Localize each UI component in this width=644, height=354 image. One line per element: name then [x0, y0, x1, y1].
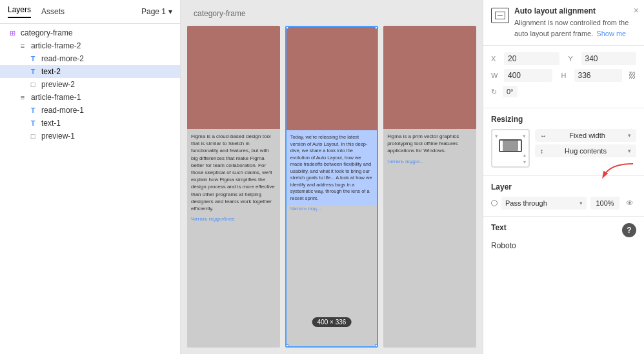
- layer-item-label: preview-1: [41, 132, 75, 141]
- w-h-row: W H ⛓: [491, 69, 636, 82]
- layer-list: ⊞ category-frame ≡ article-frame-2 T rea…: [0, 24, 180, 354]
- constraint-link-icon[interactable]: ⛓: [629, 71, 636, 80]
- alignment-icon: [491, 8, 509, 23]
- alert-banner: Auto layout alignment Alignment is now c…: [483, 0, 644, 46]
- resize-handle-br[interactable]: [375, 344, 378, 348]
- card-image-3: [383, 26, 476, 129]
- chevron-down-icon: ▾: [579, 200, 583, 206]
- layer-item-label: article-frame-1: [31, 93, 81, 102]
- page-selector[interactable]: Page 1 ▾: [141, 7, 172, 16]
- rect-icon: □: [28, 132, 37, 141]
- text-icon: T: [28, 106, 37, 115]
- v-resize-label: Hug contents: [565, 147, 607, 155]
- blend-mode-value: Pass through: [505, 199, 547, 207]
- size-badge: 400 × 336: [312, 317, 352, 327]
- help-button[interactable]: ?: [622, 223, 636, 237]
- text-section: Text ? Roboto: [483, 217, 644, 257]
- h-resize-icon: ↔: [540, 132, 547, 139]
- resizing-options: ↔ Fixed width ▾ ↕ Hug contents ▾: [535, 129, 636, 157]
- canvas-frame-label: category-frame: [194, 9, 246, 18]
- tab-layers[interactable]: Layers: [8, 5, 31, 18]
- card-link-1[interactable]: Читать подробнее: [187, 216, 280, 226]
- visibility-toggle[interactable]: 👁: [623, 199, 636, 208]
- layer-item-label: read-more-1: [41, 106, 84, 115]
- alert-message: Alignment is now controlled from the aut…: [514, 17, 636, 39]
- y-label: Y: [569, 55, 578, 63]
- alert-link[interactable]: Show me: [596, 30, 626, 37]
- layer-item[interactable]: T read-more-2: [0, 52, 180, 65]
- chevron-down-icon: ▾: [628, 132, 631, 139]
- layer-item[interactable]: T read-more-1: [0, 104, 180, 117]
- text-icon: T: [28, 119, 37, 128]
- x-input[interactable]: [504, 52, 559, 65]
- resizing-visual: ▾ ▾ ▴ ▾: [491, 129, 530, 168]
- w-input[interactable]: [504, 69, 552, 82]
- canvas-content: Figma is a cloud-based design tool that …: [187, 26, 476, 348]
- tab-assets[interactable]: Assets: [41, 7, 65, 16]
- card-link-2[interactable]: Читать под...: [287, 206, 377, 215]
- position-section: X Y W H ⛓ ↻ 0°: [483, 46, 644, 108]
- layer-item[interactable]: □ preview-1: [0, 130, 180, 143]
- red-arrow-indicator: [598, 162, 636, 179]
- resizing-title: Resizing: [491, 115, 636, 124]
- card-text-2: Today, we're releasing the latest versio…: [287, 130, 377, 206]
- layer-item[interactable]: ≡ article-frame-1: [0, 91, 180, 104]
- blend-mode-icon: [491, 200, 498, 206]
- resizing-section: Resizing ▾ ▾ ▴ ▾: [483, 108, 644, 176]
- text-icon: T: [28, 67, 37, 76]
- resize-handle-bl[interactable]: [285, 344, 288, 348]
- layer-item-active[interactable]: T text-2: [0, 65, 180, 78]
- v-resize-option[interactable]: ↕ Hug contents ▾: [535, 144, 636, 157]
- resize-handle-tr[interactable]: [375, 26, 378, 29]
- h-arrows-bottom: ▴ ▾: [495, 152, 526, 165]
- v-arrows: ▴ ▾: [523, 152, 526, 165]
- h-input[interactable]: [574, 69, 623, 82]
- resize-box-inner: [503, 141, 518, 151]
- canvas: category-frame Figma is a cloud-based de…: [181, 0, 483, 354]
- layer-item-label: read-more-2: [41, 54, 84, 63]
- layer-item-label: article-frame-2: [31, 41, 81, 50]
- arrow-up-icon: ▴: [523, 152, 526, 158]
- layer-item[interactable]: T text-1: [0, 117, 180, 130]
- blend-mode-select[interactable]: Pass through ▾: [501, 197, 587, 210]
- layer-item-label: text-2: [41, 67, 61, 76]
- layer-item-label: category-frame: [21, 28, 73, 37]
- alert-content: Auto layout alignment Alignment is now c…: [514, 6, 636, 39]
- h-resize-option[interactable]: ↔ Fixed width ▾: [535, 129, 636, 142]
- arrow-left-icon: ▾: [495, 133, 498, 139]
- card-text-3: Figma is a prim vector graphics prototyp…: [383, 129, 476, 159]
- arrow-right-icon: ▾: [523, 133, 526, 139]
- text-title: Text: [491, 223, 507, 232]
- v-resize-icon: ↕: [540, 148, 543, 155]
- layer-title: Layer: [491, 182, 636, 192]
- y-input[interactable]: [581, 52, 637, 65]
- layer-row: Pass through ▾ 100% 👁: [491, 197, 636, 210]
- layer-item-label: text-1: [41, 119, 61, 128]
- frame-icon: ≡: [18, 93, 27, 102]
- layer-item[interactable]: ≡ article-frame-2: [0, 39, 180, 52]
- close-button[interactable]: ×: [634, 5, 639, 15]
- rotation-value: 0°: [503, 86, 518, 97]
- layer-item[interactable]: □ preview-2: [0, 78, 180, 91]
- card-link-3[interactable]: Читать подро...: [383, 159, 476, 168]
- font-name: Roboto: [491, 241, 516, 250]
- h-resize-label: Fixed width: [569, 132, 605, 139]
- layer-item[interactable]: ⊞ category-frame: [0, 26, 180, 39]
- article-card-2[interactable]: Today, we're releasing the latest versio…: [285, 26, 378, 348]
- frame-icon: ≡: [18, 41, 27, 50]
- opacity-value[interactable]: 100%: [590, 197, 619, 210]
- layer-item-label: preview-2: [41, 80, 75, 89]
- arrow-down-icon: ▾: [523, 159, 526, 165]
- resizing-content: ▾ ▾ ▴ ▾ ↔ Fixed width: [491, 129, 636, 168]
- article-card-1[interactable]: Figma is a cloud-based design tool that …: [187, 26, 280, 348]
- text-font-row: Text ?: [491, 223, 636, 237]
- x-y-row: X Y: [491, 52, 636, 65]
- layer-section: Layer Pass through ▾ 100% 👁: [483, 176, 644, 217]
- right-panel: Auto layout alignment Alignment is now c…: [483, 0, 644, 354]
- card-image-1: [187, 26, 280, 129]
- resize-handle-tl[interactable]: [285, 26, 288, 29]
- resize-box: [499, 139, 522, 152]
- chevron-down-icon: ▾: [628, 148, 631, 154]
- article-card-3[interactable]: Figma is a prim vector graphics prototyp…: [383, 26, 476, 348]
- h-arrows-top: ▾ ▾: [495, 133, 526, 139]
